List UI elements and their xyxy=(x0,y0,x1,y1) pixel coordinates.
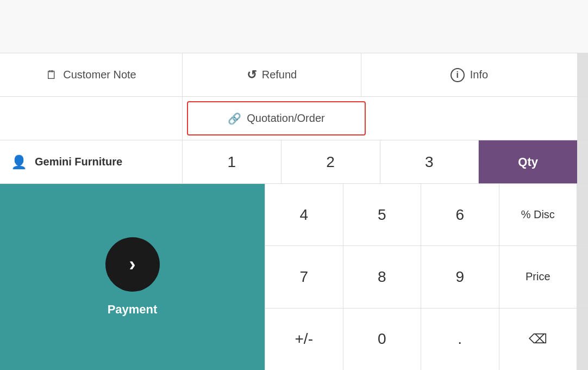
scrollbar-right4 xyxy=(577,184,588,245)
customer-numpad-row: 👤 Gemini Furniture 1 2 3 Qty xyxy=(0,140,588,184)
scrollbar-right6 xyxy=(577,309,588,370)
customer-note-button[interactable]: 🗒 Customer Note xyxy=(0,53,183,96)
quotation-order-button[interactable]: 🔗 Quotation/Order xyxy=(187,101,366,135)
discount-button[interactable]: % Disc xyxy=(499,184,578,245)
info-icon: i xyxy=(451,68,465,82)
quotation-order-label: Quotation/Order xyxy=(247,112,324,125)
chevron-right-icon: › xyxy=(129,253,136,276)
scrollbar-right3 xyxy=(577,140,588,183)
scrollbar-right xyxy=(577,53,588,96)
customer-name: Gemini Furniture xyxy=(35,156,122,168)
numpad-7-button[interactable]: 7 xyxy=(265,246,343,307)
info-button[interactable]: i Info xyxy=(361,53,577,96)
refund-icon: ↺ xyxy=(247,68,257,82)
cell-empty-right xyxy=(370,97,577,140)
numpad-8-button[interactable]: 8 xyxy=(343,246,422,307)
payment-panel: › Payment xyxy=(0,184,265,370)
scrollbar-right5 xyxy=(577,246,588,307)
customer-note-label: Customer Note xyxy=(63,69,136,81)
payment-label: Payment xyxy=(108,303,158,317)
link-icon: 🔗 xyxy=(228,112,241,125)
numpad-row-misc: +/- 0 . ⌫ xyxy=(265,309,588,370)
numpad-row-456: 4 5 6 % Disc xyxy=(265,184,588,246)
numpad-panel: 4 5 6 % Disc 7 8 xyxy=(265,184,588,370)
numpad-4-button[interactable]: 4 xyxy=(265,184,343,245)
price-button[interactable]: Price xyxy=(499,246,578,307)
top-spacer xyxy=(0,0,588,53)
numpad-9-button[interactable]: 9 xyxy=(421,246,499,307)
numpad-2-button[interactable]: 2 xyxy=(282,140,380,183)
info-label: Info xyxy=(470,69,488,81)
refund-label: Refund xyxy=(262,69,297,81)
qty-button[interactable]: Qty xyxy=(479,140,577,183)
backspace-icon: ⌫ xyxy=(529,331,547,347)
numpad-6-button[interactable]: 6 xyxy=(421,184,499,245)
backspace-button[interactable]: ⌫ xyxy=(499,309,578,370)
customer-icon: 👤 xyxy=(11,155,27,170)
customer-cell[interactable]: 👤 Gemini Furniture xyxy=(0,140,183,183)
bottom-section: › Payment 4 5 6 % Disc xyxy=(0,184,588,370)
quotation-row: 🔗 Quotation/Order xyxy=(0,97,588,140)
numpad-dot-button[interactable]: . xyxy=(421,309,499,370)
cell-empty-left xyxy=(0,97,183,140)
note-icon: 🗒 xyxy=(46,68,58,82)
numpad-plusminus-button[interactable]: +/- xyxy=(265,309,343,370)
numpad-3-button[interactable]: 3 xyxy=(380,140,479,183)
numpad-5-button[interactable]: 5 xyxy=(343,184,422,245)
main-container: 🗒 Customer Note ↺ Refund i Info 🔗 Quotat… xyxy=(0,0,588,370)
numpad-1-button[interactable]: 1 xyxy=(183,140,282,183)
numpad-row-789: 7 8 9 Price xyxy=(265,246,588,308)
refund-button[interactable]: ↺ Refund xyxy=(183,53,361,96)
action-buttons-row: 🗒 Customer Note ↺ Refund i Info xyxy=(0,53,588,97)
payment-button[interactable]: › xyxy=(105,237,160,292)
numpad-0-button[interactable]: 0 xyxy=(343,309,422,370)
scrollbar-right2 xyxy=(577,97,588,140)
